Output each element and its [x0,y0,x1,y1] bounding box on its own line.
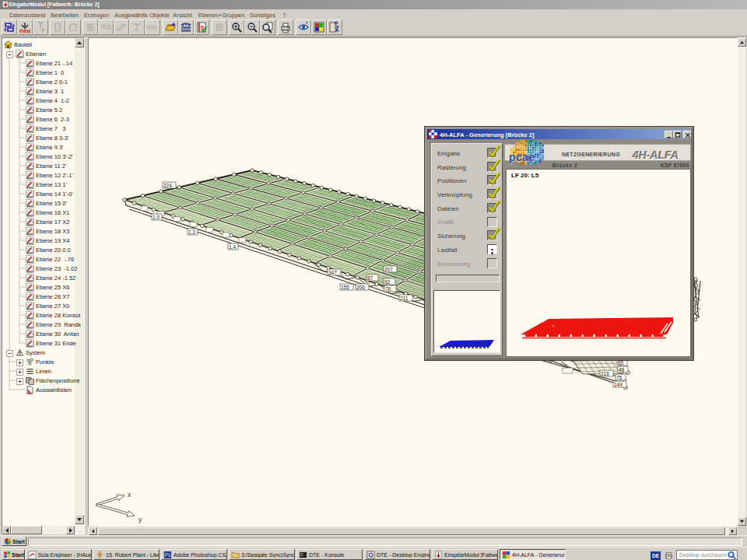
svg-text:C:: C: [300,553,304,557]
svg-text:1.0: 1.0 [153,215,160,220]
svg-text:155: 155 [341,285,349,290]
svg-text:75: 75 [616,375,622,380]
svg-text:y: y [139,516,142,523]
svg-text:207: 207 [384,267,393,272]
svg-text:216: 216 [601,371,609,376]
svg-text:1.2: 1.2 [188,229,195,235]
svg-text:87: 87 [367,275,374,281]
svg-text:149: 149 [614,382,622,387]
svg-text:224: 224 [163,183,172,188]
svg-text:206: 206 [356,285,365,290]
svg-text:92: 92 [384,279,391,285]
svg-text:1.4: 1.4 [229,244,236,250]
svg-text:48: 48 [619,367,625,373]
svg-text:Ps: Ps [165,552,170,558]
svg-text:x: x [128,491,132,499]
svg-text:DIN: DIN [147,25,156,30]
svg-text:347: 347 [328,270,337,275]
svg-text:211: 211 [400,296,409,301]
svg-text:76: 76 [385,286,391,292]
